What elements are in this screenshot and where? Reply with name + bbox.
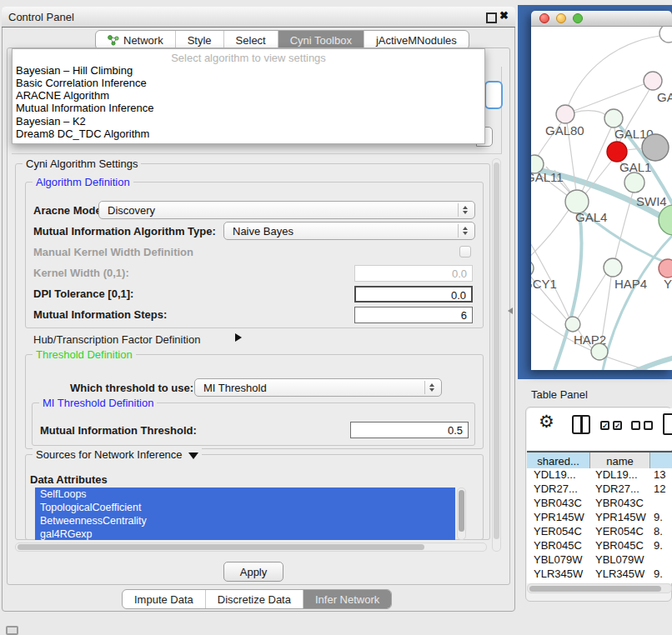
list-item[interactable]: TopologicalCoefficient — [35, 501, 455, 514]
node-label: GAL4 — [575, 210, 607, 224]
data-attributes-list: SelfLoops TopologicalCoefficient Between… — [35, 488, 455, 540]
tab-infer-network[interactable]: Infer Network — [303, 590, 391, 608]
expander-arrow-icon[interactable] — [235, 333, 242, 342]
node-label: GCY1 — [531, 277, 557, 291]
unchecked-box-icon[interactable] — [631, 421, 640, 430]
table-row[interactable]: YBR043CYBR043C — [527, 497, 672, 511]
table-cell: YLR345W — [590, 568, 650, 582]
network-node-hap2[interactable] — [565, 317, 580, 332]
sources-title[interactable]: Sources for Network Inference — [33, 448, 202, 461]
list-scrollbar[interactable] — [457, 488, 466, 540]
network-node-y-node[interactable] — [659, 259, 672, 278]
manual-kernel-checkbox[interactable] — [459, 246, 471, 258]
tab-network[interactable]: Network — [96, 31, 176, 49]
zoom-traffic-light-icon[interactable] — [573, 13, 583, 23]
tab-jactivemnodules[interactable]: jActiveMNodules — [364, 31, 469, 49]
gear-icon[interactable]: ⚙ — [539, 412, 554, 432]
network-node-gray-node[interactable] — [642, 134, 669, 161]
tab-style[interactable]: Style — [176, 31, 224, 49]
tab-impute-data[interactable]: Impute Data — [123, 590, 206, 608]
algorithm-option[interactable]: Dream8 DC_TDC Algorithm — [16, 128, 481, 140]
dpi-tolerance-field[interactable]: 0.0 — [354, 286, 473, 302]
table-row[interactable]: YBR045CYBR045C9. — [527, 539, 672, 553]
split-column-icon[interactable] — [572, 415, 590, 434]
unchecked-box-icon[interactable] — [644, 421, 653, 430]
column-header-name[interactable]: name — [590, 452, 650, 470]
list-item[interactable]: BetweennessCentrality — [35, 514, 455, 528]
collapse-arrow-icon[interactable] — [188, 452, 198, 459]
mi-type-combo[interactable]: Naive Bayes — [223, 222, 475, 240]
minimize-traffic-light-icon[interactable] — [556, 13, 566, 23]
column-header-partial[interactable] — [650, 452, 672, 470]
data-attributes-label: Data Attributes — [30, 473, 108, 486]
algorithm-option[interactable]: Bayesian – K2 — [16, 115, 481, 128]
aracne-mode-combo[interactable]: Discovery — [98, 201, 475, 219]
table-row[interactable]: YLR345WYLR345W9. — [527, 568, 672, 582]
table-row[interactable]: YBL079WYBL079W — [527, 553, 672, 568]
table-cell: YBL079W — [527, 553, 590, 568]
network-node-swi4[interactable] — [659, 205, 672, 235]
network-node-gal80[interactable] — [556, 105, 574, 123]
network-node-bottom-partial[interactable] — [591, 343, 608, 360]
network-canvas[interactable]: GALGAL80GAL10GAL1GAL11SWI4GAL4GCY1HAP4YH… — [531, 27, 672, 370]
inference-algorithm-combo-fragment[interactable] — [484, 81, 503, 109]
tab-discretize-data[interactable]: Discretize Data — [206, 590, 303, 608]
settings-h-scrollbar-thumb[interactable] — [18, 544, 424, 550]
table-cell — [650, 497, 672, 511]
network-view-window[interactable]: GALGAL80GAL10GAL1GAL11SWI4GAL4GCY1HAP4YH… — [531, 11, 672, 370]
page-icon[interactable] — [663, 413, 672, 435]
manual-kernel-label: Manual Kernel Width Definition — [33, 246, 193, 258]
algorithm-option[interactable]: Mutual Information Inference — [16, 102, 481, 114]
kernel-width-label: Kernel Width (0,1): — [33, 267, 129, 279]
table-cell: YBR043C — [527, 497, 590, 511]
settings-h-scrollbar[interactable] — [15, 542, 487, 552]
settings-v-scrollbar-thumb[interactable] — [494, 162, 499, 539]
table-h-scrollbar[interactable] — [527, 583, 672, 593]
network-svg[interactable]: GALGAL80GAL10GAL1GAL11SWI4GAL4GCY1HAP4YH… — [531, 27, 672, 370]
tab-select[interactable]: Select — [224, 31, 278, 49]
table-row[interactable]: YDL19...YDL19...13 — [527, 468, 672, 482]
grid-mode-icon[interactable] — [6, 626, 18, 635]
table-h-scrollbar-thumb[interactable] — [529, 586, 661, 592]
network-node-top-partial[interactable] — [659, 27, 672, 42]
splitter-collapse-arrow[interactable] — [508, 308, 513, 314]
table-row[interactable]: YER054CYER054C8. — [527, 525, 672, 539]
kernel-width-field[interactable]: 0.0 — [354, 265, 473, 282]
node-label: HAP4 — [614, 277, 647, 291]
algorithm-option-selected[interactable]: ARACNE Algorithm — [16, 89, 481, 102]
apply-button[interactable]: Apply — [223, 562, 283, 582]
checked-box-icon[interactable]: ✓ — [600, 421, 609, 430]
algorithm-option[interactable]: Bayesian – Hill Climbing — [16, 64, 481, 77]
checked-box-icon[interactable]: ✓ — [613, 421, 622, 430]
list-item[interactable]: gal4RGexp — [35, 528, 455, 540]
table-row[interactable]: YPR145WYPR145W9. — [527, 511, 672, 525]
algorithm-option[interactable]: Basic Correlation Inference — [16, 77, 481, 89]
network-window-titlebar[interactable] — [531, 11, 672, 27]
mi-steps-field[interactable]: 6 — [354, 307, 473, 323]
table-toolbar: ⚙ ✓ ✓ — [527, 408, 672, 450]
network-node-hap4[interactable] — [604, 258, 622, 277]
mi-threshold-field[interactable]: 0.5 — [350, 422, 469, 438]
table-cell: YDR27... — [527, 482, 590, 497]
close-traffic-light-icon[interactable] — [539, 13, 549, 23]
screen: { "window": { "title": "Control Panel" }… — [0, 0, 672, 635]
settings-v-scrollbar[interactable] — [492, 158, 501, 552]
network-node-gal-top[interactable] — [644, 72, 662, 90]
float-window-icon[interactable] — [486, 12, 497, 23]
aracne-mode-label: Aracne Mode: — [33, 204, 105, 217]
list-item[interactable]: SelfLoops — [35, 488, 455, 501]
hub-definition-expander[interactable]: Hub/Transcription Factor Definition — [33, 333, 200, 346]
table-row[interactable]: YDR27...YDR27...12 — [527, 482, 672, 497]
network-node-gal1[interactable] — [624, 172, 644, 192]
network-node-gcy1[interactable] — [531, 260, 534, 277]
table-cell: YPR145W — [590, 511, 650, 525]
close-icon[interactable]: ✖ — [499, 9, 509, 22]
which-threshold-combo[interactable]: MI Threshold — [194, 378, 442, 397]
column-header-shared-name[interactable]: shared... — [527, 452, 590, 470]
group-title: Threshold Definition — [33, 348, 136, 361]
list-scrollbar-thumb[interactable] — [459, 490, 464, 532]
network-node-gal10[interactable] — [604, 109, 623, 128]
tab-cyni-toolbox[interactable]: Cyni Toolbox — [278, 31, 364, 49]
network-node-gal1-red[interactable] — [607, 142, 627, 162]
table-cell: YDR27... — [590, 482, 650, 497]
